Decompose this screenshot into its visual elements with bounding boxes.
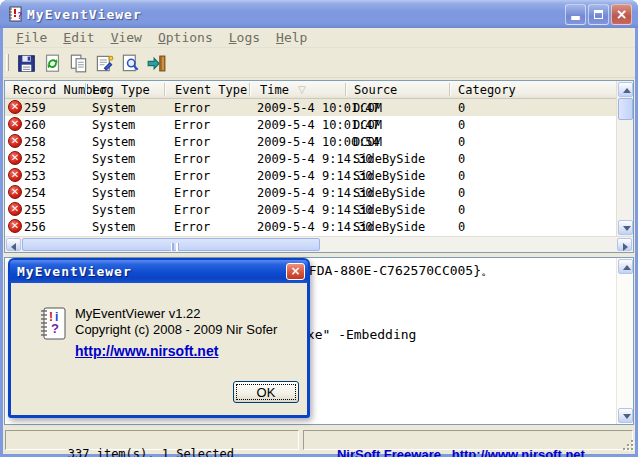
details-vertical-scrollbar[interactable] [616,258,633,424]
error-icon: ✕ [8,185,22,199]
cell-log-type: System [92,220,135,234]
cell-category: 0 [458,101,465,115]
sort-descending-icon: ▽ [298,84,306,95]
copy-button[interactable] [65,51,91,76]
ok-button[interactable]: OK [233,381,299,403]
error-icon: ✕ [8,100,22,114]
cell-log-type: System [92,152,135,166]
column-separator[interactable] [449,83,450,96]
scroll-thumb[interactable] [618,98,633,120]
cell-record-number: 256 [24,220,46,234]
thumb-grip-icon [171,243,179,251]
event-row[interactable]: ✕ 253 System Error 2009-5-4 9:14:30 Side… [5,167,616,184]
column-log-type[interactable]: Log Type [92,83,150,97]
find-icon [121,54,140,73]
cell-record-number: 253 [24,169,46,183]
column-separator[interactable] [345,83,346,96]
close-button[interactable]: × [611,4,632,25]
cell-source: DCOM [353,118,382,132]
dialog-body: ! i ? MyEventViewer v1.22 Copyright (c) … [11,283,307,415]
find-button[interactable] [117,51,143,76]
column-separator[interactable] [164,83,165,96]
status-items-text: 337 item(s), 1 Selected [68,447,234,457]
maximize-button[interactable] [588,4,609,25]
column-separator[interactable] [85,83,86,96]
window-title: MyEventViewer [27,7,142,22]
minimize-button[interactable]: ▬ [565,4,586,25]
about-dialog: MyEventViewer × ! i ? MyEventViewer v [8,258,310,418]
about-version: MyEventViewer v1.22 [75,306,201,321]
column-separator[interactable] [249,83,250,96]
toolbar [3,49,635,78]
scroll-thumb[interactable] [22,238,320,251]
cell-record-number: 258 [24,135,46,149]
cell-record-number: 255 [24,203,46,217]
refresh-button[interactable] [39,51,65,76]
cell-event-type: Error [174,152,210,166]
cell-log-type: System [92,135,135,149]
arrow-left-icon [11,243,16,251]
cell-record-number: 252 [24,152,46,166]
scroll-up-button[interactable] [618,259,633,274]
list-vertical-scrollbar[interactable] [616,81,633,236]
event-row[interactable]: ✕ 260 System Error 2009-5-4 10:01:47 DCO… [5,116,616,133]
event-row[interactable]: ✕ 252 System Error 2009-5-4 9:14:30 Side… [5,150,616,167]
scroll-up-button[interactable] [618,82,633,97]
dialog-title: MyEventViewer [17,264,132,279]
menu-help[interactable]: Help [268,29,315,47]
menu-file[interactable]: File [8,29,55,47]
properties-button[interactable] [91,51,117,76]
dialog-close-button[interactable]: × [286,263,305,280]
save-button[interactable] [13,51,39,76]
menu-logs[interactable]: Logs [221,29,268,47]
status-items-panel: 337 item(s), 1 Selected [5,430,299,450]
event-row[interactable]: ✕ 259 System Error 2009-5-4 10:01:47 DCO… [5,99,616,116]
title-bar[interactable]: ? MyEventViewer ▬ × [0,0,638,28]
cell-event-type: Error [174,101,210,115]
column-event-type[interactable]: Event Type [175,83,247,97]
dialog-title-bar[interactable]: MyEventViewer × [10,260,308,283]
exit-icon [147,54,166,73]
scroll-down-button[interactable] [618,408,633,423]
menu-view[interactable]: View [103,29,150,47]
event-list-header: Record Number Log Type Event Type Time ▽… [5,81,616,99]
scroll-right-button[interactable] [617,238,632,251]
menu-options[interactable]: Options [150,29,221,47]
arrow-down-icon [623,226,631,231]
status-branding-text: NirSoft Freeware. http://www.nirsoft.net [337,447,585,457]
refresh-icon [43,54,62,73]
scroll-down-button[interactable] [618,220,633,235]
exit-button[interactable] [143,51,169,76]
status-bar: 337 item(s), 1 Selected NirSoft Freeware… [3,428,635,452]
about-copyright: Copyright (c) 2008 - 2009 Nir Sofer [75,322,277,337]
cell-category: 0 [458,220,465,234]
save-icon [17,54,36,73]
error-icon: ✕ [8,151,22,165]
event-row[interactable]: ✕ 258 System Error 2009-5-4 10:00:54 DCO… [5,133,616,150]
cell-source: DCOM [353,101,382,115]
cell-log-type: System [92,101,135,115]
event-row[interactable]: ✕ 256 System Error 2009-5-4 9:14:30 Side… [5,218,616,235]
cell-record-number: 259 [24,101,46,115]
description-fragment-guid: 4FDA-880E-C762570CC005}。 [301,262,494,280]
column-source[interactable]: Source [354,83,397,97]
menu-edit[interactable]: Edit [55,29,102,47]
scroll-left-button[interactable] [6,238,21,251]
resize-grip[interactable] [620,437,633,450]
list-horizontal-scrollbar[interactable] [5,236,633,252]
error-icon: ✕ [8,202,22,216]
cell-log-type: System [92,169,135,183]
event-row[interactable]: ✕ 254 System Error 2009-5-4 9:14:30 Side… [5,184,616,201]
column-category[interactable]: Category [458,83,516,97]
maximize-icon [594,10,603,19]
app-window: ? MyEventViewer ▬ × File Edit View Optio… [0,0,638,457]
column-time[interactable]: Time [260,83,289,97]
ok-button-label: OK [236,384,296,400]
event-row[interactable]: ✕ 255 System Error 2009-5-4 9:14:30 Side… [5,201,616,218]
client-area: File Edit View Options Logs Help [3,28,635,454]
arrow-right-icon [623,243,628,251]
nirsoft-link[interactable]: http://www.nirsoft.net [75,343,218,359]
arrow-down-icon [623,414,631,419]
cell-category: 0 [458,169,465,183]
svg-text:?: ? [17,11,22,21]
